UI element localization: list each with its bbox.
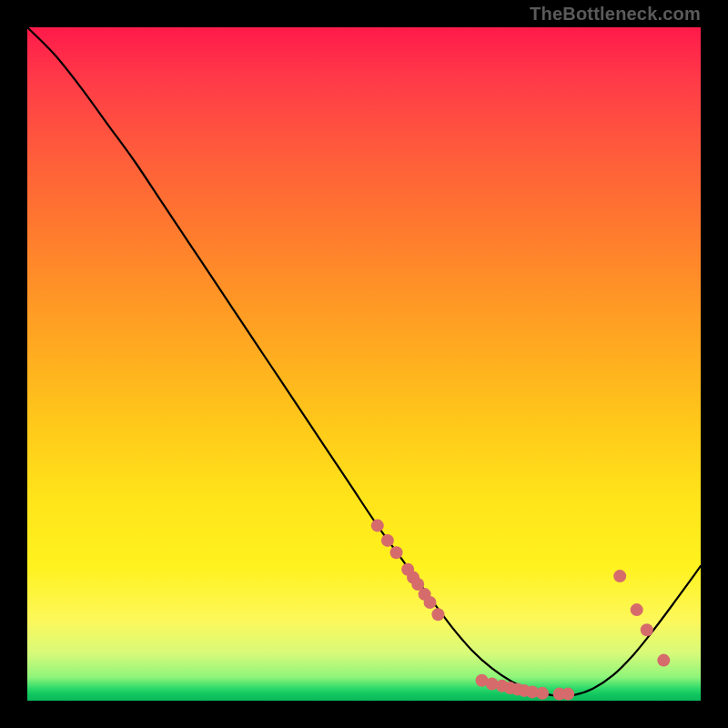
chart-stage: TheBottleneck.com <box>0 0 728 728</box>
scatter-markers <box>371 520 671 701</box>
chart-svg <box>27 27 701 701</box>
scatter-point <box>631 603 643 616</box>
scatter-point <box>381 534 394 547</box>
scatter-point <box>371 520 384 532</box>
scatter-point <box>641 623 653 636</box>
curve-path <box>27 27 701 696</box>
scatter-point <box>536 687 549 700</box>
scatter-point <box>657 654 670 667</box>
scatter-point <box>431 608 444 621</box>
scatter-point <box>613 570 626 582</box>
plot-area <box>27 27 701 701</box>
scatter-point <box>561 688 574 701</box>
watermark-label: TheBottleneck.com <box>530 4 701 25</box>
scatter-point <box>390 546 403 559</box>
scatter-point <box>424 596 437 609</box>
